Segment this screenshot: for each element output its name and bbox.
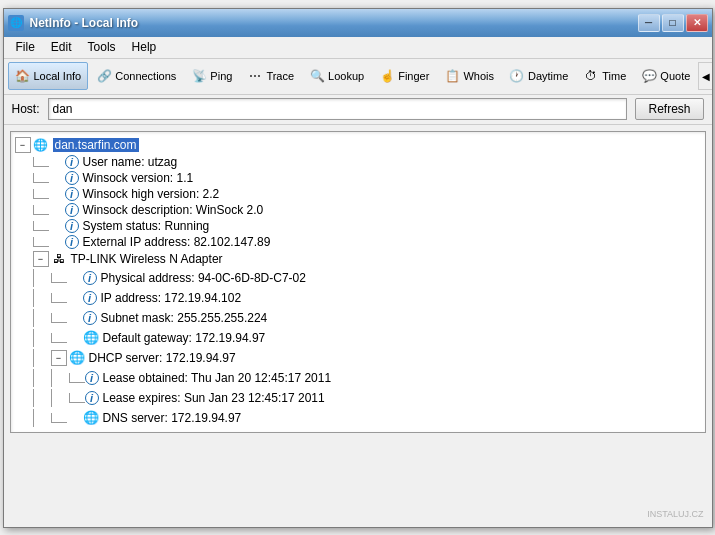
tab-lookup[interactable]: 🔍 Lookup [302,62,371,90]
info-icon: i [65,203,79,217]
dhcp-node: − 🌐 DHCP server: 172.19.94.97 [15,348,701,368]
list-item: i Lease expires: Sun Jan 23 12:45:17 201… [15,388,701,408]
maximize-button[interactable]: □ [662,14,684,32]
system-status-label: System status: Running [83,219,210,233]
globe-icon: 🌐 [83,330,99,345]
whois-icon: 📋 [444,68,460,84]
adapter-node: − 🖧 TP-LINK Wireless N Adapter [15,250,701,268]
tab-ping[interactable]: 📡 Ping [184,62,239,90]
tab-quote-label: Quote [660,70,690,82]
tab-ping-label: Ping [210,70,232,82]
list-item: i User name: utzag [15,154,701,170]
main-area: − 🌐 dan.tsarfin.com i User name: utzag [4,125,712,527]
close-button[interactable]: ✕ [686,14,708,32]
ip-addr-label: IP address: 172.19.94.102 [101,291,242,305]
host-label: Host: [12,102,40,116]
main-window: 🌐 NetInfo - Local Info ─ □ ✕ File Edit T… [3,8,713,528]
local-info-icon: 🏠 [15,68,31,84]
info-icon: i [65,155,79,169]
lease-obtained-label: Lease obtained: Thu Jan 20 12:45:17 2011 [103,371,332,385]
tree-panel[interactable]: − 🌐 dan.tsarfin.com i User name: utzag [10,131,706,433]
info-icon: i [65,219,79,233]
list-item: i System status: Running [15,218,701,234]
info-icon: i [65,235,79,249]
trace-icon: ⋯ [247,68,263,84]
tab-trace-label: Trace [266,70,294,82]
lease-expires-label: Lease expires: Sun Jan 23 12:45:17 2011 [103,391,325,405]
quote-icon: 💬 [641,68,657,84]
default-gateway-label: Default gateway: 172.19.94.97 [103,331,266,345]
info-icon: i [65,171,79,185]
host-input[interactable] [48,98,628,120]
list-item: 🌐 DNS server: 172.19.94.97 [15,408,701,428]
list-item: i IP address: 172.19.94.102 [15,288,701,308]
tab-quote[interactable]: 💬 Quote [634,62,697,90]
list-item: i Winsock version: 1.1 [15,170,701,186]
network-adapter-icon: 🖧 [51,251,67,267]
winsock-high-version-label: Winsock high version: 2.2 [83,187,220,201]
info-icon: i [65,187,79,201]
menu-bar: File Edit Tools Help [4,37,712,59]
app-icon: 🌐 [8,15,24,31]
refresh-button[interactable]: Refresh [635,98,703,120]
info-icon: i [83,271,97,285]
minimize-button[interactable]: ─ [638,14,660,32]
dns-server-label: DNS server: 172.19.94.97 [103,411,242,425]
menu-edit[interactable]: Edit [43,38,80,56]
root-expander[interactable]: − [15,137,31,153]
winsock-desc-label: Winsock description: WinSock 2.0 [83,203,264,217]
adapter-expander[interactable]: − [33,251,49,267]
tab-local-info-label: Local Info [34,70,82,82]
host-bar: Host: Refresh [4,95,712,125]
connections-icon: 🔗 [96,68,112,84]
list-item: 🌐 Default gateway: 172.19.94.97 [15,328,701,348]
lookup-icon: 🔍 [309,68,325,84]
time-icon: ⏱ [583,68,599,84]
title-bar: 🌐 NetInfo - Local Info ─ □ ✕ [4,9,712,37]
tab-local-info[interactable]: 🏠 Local Info [8,62,89,90]
tab-daytime-label: Daytime [528,70,568,82]
external-ip-label: External IP address: 82.102.147.89 [83,235,271,249]
adapter-label: TP-LINK Wireless N Adapter [71,252,223,266]
subnet-mask-label: Subnet mask: 255.255.255.224 [101,311,268,325]
tab-time[interactable]: ⏱ Time [576,62,633,90]
tree-root-node: − 🌐 dan.tsarfin.com [15,136,701,154]
toolbar-nav: ◀ ▶ [698,62,711,90]
list-item: i Winsock high version: 2.2 [15,186,701,202]
info-icon: i [83,291,97,305]
info-icon: i [85,371,99,385]
menu-help[interactable]: Help [124,38,165,56]
tab-lookup-label: Lookup [328,70,364,82]
info-icon: i [83,311,97,325]
globe-icon: 🌐 [83,410,99,425]
info-icon: i [85,391,99,405]
tab-connections[interactable]: 🔗 Connections [89,62,183,90]
list-item: i Physical address: 94-0C-6D-8D-C7-02 [15,268,701,288]
finger-icon: ☝ [379,68,395,84]
list-item: i Subnet mask: 255.255.255.224 [15,308,701,328]
physical-addr-label: Physical address: 94-0C-6D-8D-C7-02 [101,271,306,285]
dhcp-server-label: DHCP server: 172.19.94.97 [89,351,236,365]
tab-finger-label: Finger [398,70,429,82]
dhcp-expander[interactable]: − [51,350,67,366]
tab-finger[interactable]: ☝ Finger [372,62,436,90]
globe-icon: 🌐 [69,350,85,365]
winsock-version-label: Winsock version: 1.1 [83,171,194,185]
main-content: − 🌐 dan.tsarfin.com i User name: utzag [4,125,712,439]
daytime-icon: 🕐 [509,68,525,84]
list-item: i Lease obtained: Thu Jan 20 12:45:17 20… [15,368,701,388]
menu-file[interactable]: File [8,38,43,56]
menu-tools[interactable]: Tools [80,38,124,56]
tab-whois-label: Whois [463,70,494,82]
root-label[interactable]: dan.tsarfin.com [53,138,139,152]
tab-trace[interactable]: ⋯ Trace [240,62,301,90]
tab-time-label: Time [602,70,626,82]
ping-icon: 📡 [191,68,207,84]
list-item: i Winsock description: WinSock 2.0 [15,202,701,218]
tab-daytime[interactable]: 🕐 Daytime [502,62,575,90]
toolbar: 🏠 Local Info 🔗 Connections 📡 Ping ⋯ Trac… [4,59,712,95]
tab-whois[interactable]: 📋 Whois [437,62,501,90]
brand-label: INSTALUJ.CZ [647,509,703,519]
nav-prev-button[interactable]: ◀ [698,62,711,90]
window-title: NetInfo - Local Info [30,16,632,30]
